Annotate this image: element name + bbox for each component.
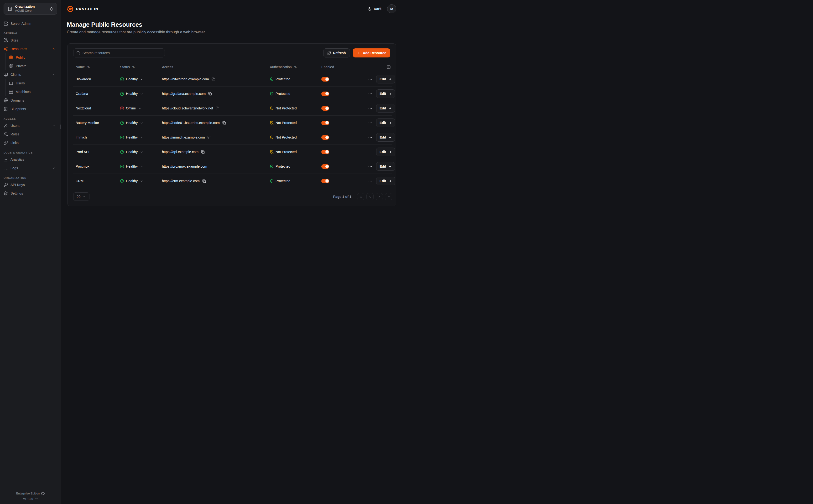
sidebar-item-server-admin[interactable]: Server Admin: [4, 19, 57, 28]
status-cell[interactable]: Healthy: [120, 179, 162, 183]
copy-icon[interactable]: [207, 136, 211, 139]
sidebar-item-domains[interactable]: Domains: [4, 96, 57, 105]
chevron-down-icon: [140, 136, 143, 139]
edit-button[interactable]: Edit: [376, 148, 395, 156]
copy-icon[interactable]: [202, 179, 206, 183]
table-row: Immich Healthy https://immich.example.co…: [73, 130, 392, 144]
sidebar-item-links[interactable]: Links: [4, 139, 57, 147]
column-header-status[interactable]: Status ⇅: [120, 65, 162, 69]
edit-button[interactable]: Edit: [376, 177, 395, 185]
enabled-cell: [321, 164, 368, 169]
sidebar-item-sites[interactable]: Sites: [4, 36, 57, 45]
edit-button[interactable]: Edit: [376, 75, 395, 83]
sidebar-item-public[interactable]: Public: [9, 53, 57, 62]
chevron-down-icon: [140, 150, 143, 154]
sidebar-scrollbar[interactable]: [60, 124, 61, 129]
section-label-organization: ORGANIZATION: [4, 176, 57, 179]
ellipsis-icon[interactable]: [368, 135, 372, 139]
sidebar-item-label: Blueprints: [10, 107, 55, 111]
resource-url: https://api.example.com: [162, 150, 198, 154]
edit-button[interactable]: Edit: [376, 162, 395, 171]
topbar: PANGOLIN Dark M: [67, 0, 396, 18]
next-page-button[interactable]: [376, 193, 383, 200]
status-cell[interactable]: Healthy: [120, 150, 162, 154]
chevron-right-icon: [377, 195, 381, 198]
sidebar-item-settings[interactable]: Settings: [4, 189, 57, 198]
enabled-toggle[interactable]: [321, 150, 329, 154]
sort-icon[interactable]: ⇅: [132, 65, 135, 69]
copy-icon[interactable]: [212, 77, 215, 81]
theme-toggle[interactable]: Dark: [367, 7, 381, 11]
copy-icon[interactable]: [222, 121, 226, 125]
sidebar-item-blueprints[interactable]: Blueprints: [4, 105, 57, 113]
enabled-toggle[interactable]: [321, 179, 329, 183]
ellipsis-icon[interactable]: [368, 179, 372, 183]
ellipsis-icon[interactable]: [368, 121, 372, 125]
enabled-toggle[interactable]: [321, 164, 329, 169]
ellipsis-icon[interactable]: [368, 92, 372, 96]
column-settings[interactable]: [368, 65, 392, 69]
status-cell[interactable]: Healthy: [120, 165, 162, 169]
resource-name: Bitwarden: [73, 77, 120, 81]
sidebar-item-label: Public: [16, 56, 55, 59]
ellipsis-icon[interactable]: [368, 106, 372, 110]
sort-icon[interactable]: ⇅: [294, 65, 297, 69]
sidebar-item-machines[interactable]: Machines: [9, 87, 57, 96]
auth-cell: Not Protected: [270, 135, 321, 139]
first-page-button[interactable]: [357, 193, 364, 200]
auth-cell: Not Protected: [270, 121, 321, 125]
enabled-cell: [321, 135, 368, 140]
copy-icon[interactable]: [210, 165, 213, 168]
copy-icon[interactable]: [201, 150, 205, 154]
page-size-select[interactable]: 20: [73, 192, 89, 201]
edit-button[interactable]: Edit: [376, 89, 395, 98]
status-cell[interactable]: Offline: [120, 106, 162, 110]
sidebar-item-clients[interactable]: Clients: [4, 70, 57, 79]
edit-button[interactable]: Edit: [376, 118, 395, 127]
sidebar-item-private[interactable]: Private: [9, 62, 57, 70]
org-switcher[interactable]: Organization ACME Corp.: [4, 3, 57, 15]
copy-icon[interactable]: [216, 107, 219, 110]
edit-button[interactable]: Edit: [376, 104, 395, 113]
pager-buttons: [357, 193, 392, 200]
link-icon: [4, 141, 8, 145]
status-cell[interactable]: Healthy: [120, 135, 162, 139]
sidebar-item-users[interactable]: Users: [4, 121, 57, 130]
sidebar-item-roles[interactable]: Roles: [4, 130, 57, 139]
sidebar-item-api-keys[interactable]: API Keys: [4, 180, 57, 189]
ellipsis-icon[interactable]: [368, 77, 372, 81]
access-cell: https://api.example.com: [162, 150, 270, 154]
section-label-logs-analytics: LOGS & ANALYTICS: [4, 151, 57, 154]
add-resource-button[interactable]: Add Resource: [353, 48, 390, 57]
enabled-toggle[interactable]: [321, 121, 329, 125]
enabled-toggle[interactable]: [321, 135, 329, 140]
copy-icon[interactable]: [208, 92, 212, 96]
status-cell[interactable]: Healthy: [120, 121, 162, 125]
enabled-toggle[interactable]: [321, 106, 329, 111]
refresh-button[interactable]: Refresh: [323, 48, 350, 57]
column-header-authentication[interactable]: Authentication ⇅: [270, 65, 321, 69]
ellipsis-icon[interactable]: [368, 165, 372, 169]
healthy-icon: [120, 92, 124, 96]
brand[interactable]: PANGOLIN: [67, 5, 98, 12]
prev-page-button[interactable]: [366, 193, 373, 200]
search-input[interactable]: [83, 51, 162, 55]
status-cell[interactable]: Healthy: [120, 77, 162, 81]
chevrons-right-icon: [387, 195, 390, 198]
sort-icon[interactable]: ⇅: [87, 65, 90, 69]
arrow-right-icon: [388, 136, 392, 139]
edit-button[interactable]: Edit: [376, 133, 395, 142]
avatar[interactable]: M: [387, 4, 396, 13]
globe-icon: [9, 55, 13, 60]
sidebar-item-resources[interactable]: Resources: [4, 45, 57, 53]
auth-cell: Protected: [270, 77, 321, 81]
enabled-toggle[interactable]: [321, 92, 329, 96]
column-header-name[interactable]: Name ⇅: [73, 65, 120, 69]
sidebar-item-logs[interactable]: Logs: [4, 164, 57, 172]
sidebar-item-analytics[interactable]: Analytics: [4, 155, 57, 164]
ellipsis-icon[interactable]: [368, 150, 372, 154]
enabled-toggle[interactable]: [321, 77, 329, 82]
status-cell[interactable]: Healthy: [120, 92, 162, 96]
last-page-button[interactable]: [385, 193, 392, 200]
sidebar-item-client-users[interactable]: Users: [9, 79, 57, 87]
